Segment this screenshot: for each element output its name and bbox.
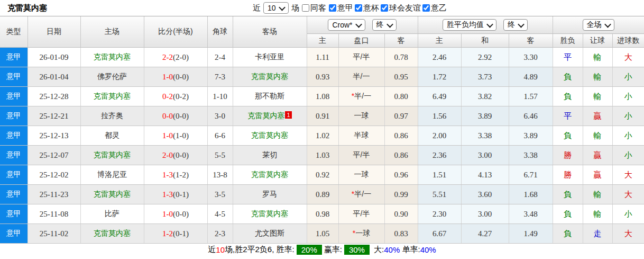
table-row: 意甲25-11-08比萨1-0(0-0)4-5克雷莫内塞0.98平/半0.902… — [0, 204, 644, 224]
title-bar: 克雷莫内塞 近 10 场 同客 意甲意杯球会友谊意乙 — [0, 0, 644, 16]
same-venue-label: 同客 — [310, 3, 326, 13]
league-filter-4[interactable]: 意乙 — [422, 3, 447, 13]
chevron-down-icon — [604, 21, 611, 28]
away-odds-cell: 0.97 — [384, 106, 418, 126]
away-team-cell[interactable]: 克雷莫内塞 — [233, 126, 307, 146]
away-team-cell[interactable]: 罗马 — [233, 185, 307, 204]
away-team-cell[interactable]: 那不勒斯 — [233, 87, 307, 106]
result-cell: 勝 — [553, 146, 583, 165]
league-filter-label: 意甲 — [337, 3, 353, 13]
fulltime-score: 1-3 — [162, 171, 173, 179]
away-team-name: 那不勒斯 — [255, 92, 284, 100]
home-team-cell[interactable]: 都灵 — [80, 126, 144, 146]
avg-away-cell: 1.68 — [509, 185, 553, 204]
score-cell: 2-0(0-0) — [144, 146, 207, 165]
home-team-cell[interactable]: 克雷莫内塞 — [80, 185, 144, 204]
odds-state-select[interactable]: 终 — [372, 19, 397, 31]
fulltime-score: 0-0 — [162, 112, 173, 120]
home-team-cell[interactable]: 克雷莫内塞 — [80, 87, 144, 106]
date-cell: 25-11-23 — [27, 185, 80, 204]
corners-cell: 3-0 — [207, 106, 233, 126]
avg-home-cell: 6.49 — [418, 87, 461, 106]
same-venue-checkbox[interactable]: 同客 — [302, 3, 326, 13]
away-team-cell[interactable]: 克雷莫内塞1 — [233, 106, 307, 126]
avg-type-value: 胜平负均值 — [447, 20, 484, 30]
odds-source-select[interactable]: Crow* — [328, 19, 365, 31]
avg-draw-cell: 4.13 — [461, 165, 509, 185]
table-row: 意甲25-11-23克雷莫内塞1-3(0-1)3-5罗马0.89*半/一0.99… — [0, 185, 644, 204]
avg-away-cell: 1.57 — [509, 87, 553, 106]
league-badge: 意甲 — [0, 48, 27, 67]
home-team-name: 克雷莫内塞 — [94, 52, 131, 61]
single-rate: 40% — [420, 245, 436, 254]
home-team-cell[interactable]: 克雷莫内塞 — [80, 146, 144, 165]
avg-type-select[interactable]: 胜平负均值 — [443, 19, 496, 31]
chevron-down-icon — [279, 4, 286, 11]
home-team-cell[interactable]: 克雷莫内塞 — [80, 48, 144, 67]
home-team-cell[interactable]: 博洛尼亚 — [80, 165, 144, 185]
halftime-score: (0-0) — [173, 73, 189, 81]
home-team-name: 博洛尼亚 — [97, 170, 127, 178]
goals-result-cell: 小 — [612, 87, 644, 106]
league-filter-3[interactable]: 球会友谊 — [381, 3, 421, 13]
win-odds-label: 赢率: — [324, 245, 342, 255]
league-filter-checkbox[interactable] — [329, 4, 336, 12]
handicap-value: 半/一 — [354, 92, 371, 100]
league-filter-checkbox[interactable] — [381, 4, 388, 12]
handicap-cell: 一球 — [338, 165, 384, 185]
away-team-cell[interactable]: 克雷莫内塞 — [233, 67, 307, 87]
subheader-odds-away: 客 — [384, 34, 418, 48]
handicap-result-cell: 贏 — [583, 106, 612, 126]
league-filters: 意甲意杯球会友谊意乙 — [329, 3, 447, 13]
home-team-cell[interactable]: 佛罗伦萨 — [80, 67, 144, 87]
result-cell: 負 — [553, 204, 583, 224]
table-row: 意甲26-01-04佛罗伦萨1-0(0-0)7-3克雷莫内塞0.93半/一0.9… — [0, 67, 644, 87]
league-filter-checkbox[interactable] — [355, 4, 362, 12]
away-team-name: 卡利亚里 — [255, 52, 284, 61]
same-venue-checkbox-input[interactable] — [302, 4, 309, 12]
home-team-cell[interactable]: 克雷莫内塞 — [80, 224, 144, 244]
away-team-cell[interactable]: 克雷莫内塞 — [233, 204, 307, 224]
match-history-table: 类型 日期 主场 比分(半场) 角球 客场 Crow* 终 — [0, 16, 644, 244]
result-cell: 平 — [553, 106, 583, 126]
scope-select[interactable]: 全场 — [583, 19, 614, 31]
avg-home-cell: 1.72 — [418, 67, 461, 87]
away-team-cell[interactable]: 卡利亚里 — [233, 48, 307, 67]
league-filter-label: 意杯 — [363, 3, 379, 13]
avg-draw-cell: 3.00 — [461, 204, 509, 224]
away-team-cell[interactable]: 莱切 — [233, 146, 307, 165]
avg-draw-cell: 3.73 — [461, 67, 509, 87]
away-team-name: 克雷莫内塞 — [251, 131, 288, 139]
recent-count-select[interactable]: 10 — [263, 2, 289, 14]
league-badge: 意甲 — [0, 185, 27, 204]
avg-away-cell: 4.89 — [509, 67, 553, 87]
corners-cell: 2-4 — [207, 48, 233, 67]
home-team-name: 都灵 — [105, 131, 119, 139]
handicap-cell: 一球 — [338, 106, 384, 126]
league-filter-1[interactable]: 意甲 — [329, 3, 353, 13]
home-team-name: 拉齐奥 — [101, 111, 123, 120]
home-team-name: 克雷莫内塞 — [94, 150, 131, 159]
away-odds-cell: 0.86 — [384, 126, 418, 146]
away-team-name: 尤文图斯 — [255, 229, 284, 237]
home-team-cell[interactable]: 比萨 — [80, 204, 144, 224]
avg-state-select[interactable]: 终 — [503, 19, 528, 31]
league-filter-checkbox[interactable] — [422, 4, 430, 12]
odds-source-value: Crow* — [332, 21, 352, 29]
league-filter-2[interactable]: 意杯 — [355, 3, 379, 13]
summary-prefix: 近 — [208, 245, 216, 255]
away-team-cell[interactable]: 尤文图斯 — [233, 224, 307, 244]
home-odds-cell: 1.02 — [307, 126, 338, 146]
avg-select-group: 胜平负均值 终 — [418, 16, 553, 34]
fulltime-score: 0-2 — [162, 92, 173, 101]
date-cell: 25-11-02 — [27, 224, 80, 244]
recent-count-value: 10 — [268, 4, 276, 12]
halftime-score: (0-0) — [173, 210, 189, 218]
away-team-name: 莱切 — [262, 150, 277, 159]
avg-home-cell: 2.00 — [418, 126, 461, 146]
league-badge: 意甲 — [0, 165, 27, 185]
away-team-name: 克雷莫内塞 — [251, 170, 288, 178]
away-team-cell[interactable]: 克雷莫内塞 — [233, 165, 307, 185]
home-team-cell[interactable]: 拉齐奥 — [80, 106, 144, 126]
result-cell: 平 — [553, 48, 583, 67]
